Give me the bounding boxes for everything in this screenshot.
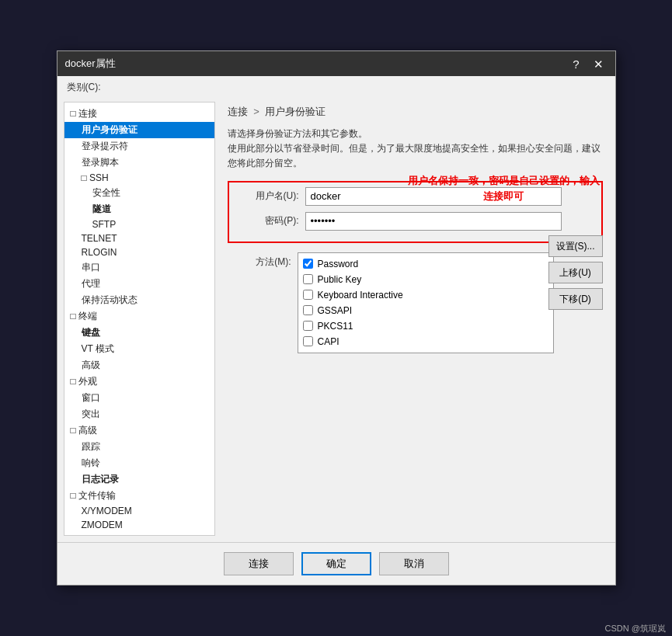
title-bar-controls: ? ✕ bbox=[569, 57, 607, 71]
tree-item-zmodem[interactable]: ZMODEM bbox=[64, 518, 214, 532]
method-checkbox-pkcs11[interactable] bbox=[303, 321, 313, 331]
method-label-password: Password bbox=[318, 259, 359, 269]
tree-item-rlogin[interactable]: RLOGIN bbox=[64, 245, 214, 259]
tree-item-vt-mo-shi[interactable]: VT 模式 bbox=[64, 341, 214, 357]
password-input[interactable] bbox=[305, 212, 562, 231]
method-item-pkcs11[interactable]: PKCS11 bbox=[303, 318, 548, 334]
method-checkbox-public-key[interactable] bbox=[303, 274, 313, 284]
connect-button[interactable]: 连接 bbox=[224, 552, 294, 575]
method-item-capi[interactable]: CAPI bbox=[303, 334, 548, 349]
method-checkbox-gssapi[interactable] bbox=[303, 305, 313, 315]
username-input[interactable] bbox=[305, 187, 562, 206]
watermark: CSDN @筑琚岚 bbox=[605, 623, 666, 634]
method-row: 方法(M): PasswordPublic KeyKeyboard Intera… bbox=[228, 252, 603, 353]
tree-item-chuang-kou[interactable]: 窗口 bbox=[64, 390, 214, 406]
tree-item-tu-chu[interactable]: 突出 bbox=[64, 406, 214, 422]
right-side-buttons: 设置(S)... 上移(U) 下移(D) bbox=[548, 235, 603, 310]
breadcrumb-part2: 用户身份验证 bbox=[265, 106, 326, 117]
tree-item-sftp[interactable]: SFTP bbox=[64, 217, 214, 231]
method-checkbox-keyboard-interactive[interactable] bbox=[303, 290, 313, 300]
settings-button[interactable]: 设置(S)... bbox=[548, 235, 603, 257]
method-label-gssapi: GSSAPI bbox=[318, 305, 353, 316]
method-list: PasswordPublic KeyKeyboard InteractiveGS… bbox=[298, 252, 554, 353]
tree-item-zhong-duan-root[interactable]: □ 终端 bbox=[64, 308, 214, 325]
tree-item-deng-lu-ti-shi[interactable]: 登录提示符 bbox=[64, 138, 214, 155]
username-row: 用户名(U): bbox=[235, 187, 595, 206]
dialog-title: docker属性 bbox=[65, 57, 116, 71]
password-row: 密码(P): bbox=[235, 212, 595, 231]
tree-item-sui-dao[interactable]: 隧道 bbox=[64, 201, 214, 217]
desc-line2: 使用此部分以节省登录时间。但是，为了最大限度地提高安全性，如果担心安全问题，建议… bbox=[228, 141, 603, 171]
tree-item-xiang-ling[interactable]: 响铃 bbox=[64, 455, 214, 471]
method-label-pkcs11: PKCS11 bbox=[318, 321, 353, 332]
help-button[interactable]: ? bbox=[569, 57, 583, 71]
desc-line1: 请选择身份验证方法和其它参数。 bbox=[228, 127, 603, 141]
ok-button[interactable]: 确定 bbox=[301, 552, 371, 575]
tree-item-gao-ji-root[interactable]: □ 高级 bbox=[64, 422, 214, 439]
tree-item-wai-guan-root[interactable]: □ 外观 bbox=[64, 374, 214, 390]
breadcrumb: 连接 > 用户身份验证 bbox=[228, 105, 603, 119]
cancel-button[interactable]: 取消 bbox=[379, 552, 449, 575]
tree-panel: □ 连接用户身份验证登录提示符登录脚本□ SSH安全性隧道SFTPTELNETR… bbox=[64, 102, 215, 536]
tree-item-dai-li[interactable]: 代理 bbox=[64, 276, 214, 292]
method-label-public-key: Public Key bbox=[318, 274, 362, 285]
tree-item-yong-hu-shen-fen[interactable]: 用户身份验证 bbox=[64, 122, 214, 138]
tree-item-gao-ji-zhong-duan[interactable]: 高级 bbox=[64, 357, 214, 374]
method-checkbox-password[interactable] bbox=[303, 259, 313, 269]
method-label-capi: CAPI bbox=[318, 336, 339, 347]
tree-item-gen-zong[interactable]: 跟踪 bbox=[64, 439, 214, 455]
password-label: 密码(P): bbox=[235, 214, 305, 228]
category-label: 类别(C): bbox=[57, 76, 615, 96]
method-label: 方法(M): bbox=[228, 252, 298, 269]
title-bar: docker属性 ? ✕ bbox=[57, 51, 615, 76]
right-panel: 连接 > 用户身份验证 请选择身份验证方法和其它参数。 使用此部分以节省登录时间… bbox=[215, 96, 615, 542]
close-button[interactable]: ✕ bbox=[590, 57, 608, 71]
method-item-gssapi[interactable]: GSSAPI bbox=[303, 303, 548, 318]
tree-item-telnet[interactable]: TELNET bbox=[64, 231, 214, 245]
tree-item-ri-zhi-ji-lu[interactable]: 日志记录 bbox=[64, 471, 214, 488]
dialog-body: □ 连接用户身份验证登录提示符登录脚本□ SSH安全性隧道SFTPTELNETR… bbox=[57, 96, 615, 542]
move-down-button[interactable]: 下移(D) bbox=[548, 288, 603, 310]
tree-item-an-quan-xing[interactable]: 安全性 bbox=[64, 185, 214, 201]
method-label-keyboard-interactive: Keyboard Interactive bbox=[318, 290, 403, 301]
method-item-public-key[interactable]: Public Key bbox=[303, 272, 548, 287]
method-checkbox-capi[interactable] bbox=[303, 336, 313, 346]
method-item-password[interactable]: Password bbox=[303, 256, 548, 272]
username-label: 用户名(U): bbox=[235, 189, 305, 203]
move-up-button[interactable]: 上移(U) bbox=[548, 262, 603, 283]
method-item-keyboard-interactive[interactable]: Keyboard Interactive bbox=[303, 287, 548, 303]
description-text: 请选择身份验证方法和其它参数。 使用此部分以节省登录时间。但是，为了最大限度地提… bbox=[228, 127, 603, 172]
user-pass-box: 用户名(U): 密码(P): bbox=[228, 181, 603, 243]
tree-item-wen-jian-chuan-shu-root[interactable]: □ 文件传输 bbox=[64, 488, 214, 504]
tree-item-ssh-root[interactable]: □ SSH bbox=[64, 171, 214, 185]
tree-item-deng-lu-jiao-ben[interactable]: 登录脚本 bbox=[64, 155, 214, 171]
dialog-footer: 连接 确定 取消 bbox=[57, 542, 615, 585]
tree-item-chuan-kou[interactable]: 串口 bbox=[64, 259, 214, 276]
breadcrumb-part1: 连接 bbox=[228, 106, 248, 117]
main-dialog: docker属性 ? ✕ 类别(C): □ 连接用户身份验证登录提示符登录脚本□… bbox=[57, 50, 616, 586]
breadcrumb-sep: > bbox=[253, 106, 262, 117]
tree-item-xy-modem[interactable]: X/YMODEM bbox=[64, 504, 214, 518]
tree-item-lian-jie-root[interactable]: □ 连接 bbox=[64, 106, 214, 122]
tree-item-bao-chi-huo-dong[interactable]: 保持活动状态 bbox=[64, 292, 214, 308]
tree-item-jian-pan[interactable]: 键盘 bbox=[64, 325, 214, 341]
